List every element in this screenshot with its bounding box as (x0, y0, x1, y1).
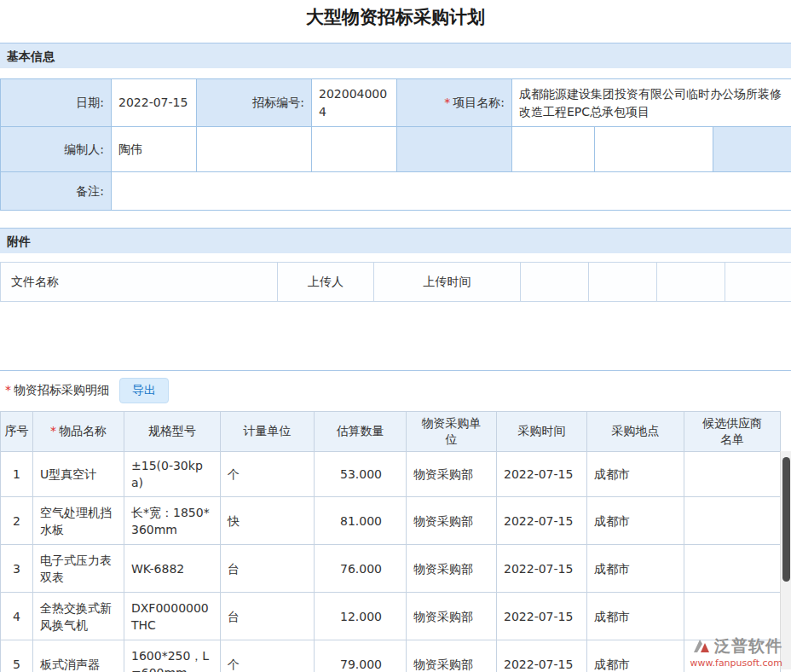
cell-purchase-time: 2022-07-15 (497, 640, 587, 672)
details-section-title: *物资招标采购明细 (5, 383, 109, 398)
cell-spec: DXF0000000THC (124, 593, 221, 640)
export-button[interactable]: 导出 (119, 378, 169, 403)
table-row[interactable]: 4 全热交换式新风换气机 DXF0000000THC 台 12.000 物资采购… (1, 593, 781, 640)
cell-candidate-suppliers (684, 497, 781, 545)
cell-spec: ±15(0-30kpa) (124, 451, 221, 497)
cell-item-name: 全热交换式新风换气机 (33, 593, 124, 640)
cell-unit: 快 (221, 497, 315, 545)
col-purchase-dept-text: 物资采购单位 (419, 415, 484, 448)
section-header-basic-info: 基本信息 (0, 43, 791, 68)
cell-purchase-time: 2022-07-15 (497, 593, 587, 640)
details-section-header: *物资招标采购明细 导出 (0, 371, 791, 411)
cell-spec: WK-6882 (124, 545, 221, 593)
cell-candidate-suppliers (684, 451, 781, 497)
cell-purchase-dept: 物资采购部 (407, 451, 497, 497)
remark-value (112, 172, 791, 211)
empty-cell (713, 127, 791, 172)
cell-item-name: 电子式压力表双表 (33, 545, 124, 593)
required-asterisk: * (5, 383, 11, 397)
cell-unit: 个 (221, 451, 315, 497)
project-name-label-text: 项目名称: (453, 96, 505, 109)
cell-item-name: 空气处理机挡水板 (33, 497, 124, 545)
cell-purchase-place: 成都市 (587, 451, 684, 497)
attachments-empty-area (0, 302, 791, 370)
cell-seq: 1 (1, 451, 33, 497)
attachments-table: 文件名称 上传人 上传时间 (0, 262, 791, 302)
cell-purchase-time: 2022-07-15 (497, 497, 587, 545)
col-candidate-suppliers: 候选供应商名单 (684, 412, 781, 452)
empty-header-cell (725, 263, 791, 302)
cell-qty: 53.000 (315, 451, 407, 497)
table-row[interactable]: 1 U型真空计 ±15(0-30kpa) 个 53.000 物资采购部 2022… (1, 451, 781, 497)
empty-header-cell (657, 263, 725, 302)
bid-no-value: 2020040004 (312, 79, 397, 127)
cell-purchase-time: 2022-07-15 (497, 451, 587, 497)
cell-purchase-place: 成都市 (587, 497, 684, 545)
scrollbar-thumb[interactable] (782, 457, 790, 582)
col-unit: 计量单位 (221, 412, 315, 452)
cell-candidate-suppliers (684, 545, 781, 593)
page: 大型物资招标采购计划 基本信息 日期: 2022-07-15 招标编号: 202… (0, 0, 791, 672)
col-qty: 估算数量 (315, 412, 407, 452)
cell-candidate-suppliers (684, 593, 781, 640)
details-header-row: 序号 *物品名称 规格型号 计量单位 估算数量 物资采购单位 采购时间 采购地点… (1, 412, 781, 452)
empty-cell (595, 127, 713, 172)
date-value: 2022-07-15 (112, 79, 197, 127)
watermark-url: www.fanpusoft.com (690, 658, 782, 669)
required-asterisk: * (50, 424, 56, 437)
col-file-name: 文件名称 (1, 263, 278, 302)
cell-purchase-place: 成都市 (587, 640, 684, 672)
empty-cell (197, 127, 312, 172)
date-label: 日期: (1, 79, 112, 127)
empty-header-cell (521, 263, 589, 302)
table-row[interactable]: 5 板式消声器 1600*250，L=600mm 个 79.000 物资采购部 … (1, 640, 781, 672)
cell-qty: 76.000 (315, 545, 407, 593)
details-table-wrap: 序号 *物品名称 规格型号 计量单位 估算数量 物资采购单位 采购时间 采购地点… (0, 411, 791, 672)
details-section: *物资招标采购明细 导出 序号 *物品名称 规格型号 计量单位 估算数量 物资采… (0, 370, 791, 672)
cell-seq: 5 (1, 640, 33, 672)
project-name-label: *项目名称: (397, 79, 512, 127)
col-seq: 序号 (1, 412, 33, 452)
section-header-attachments: 附件 (0, 228, 791, 253)
cell-unit: 个 (221, 640, 315, 672)
watermark-brand: 泛普软件 (714, 635, 782, 658)
col-candidate-suppliers-text: 候选供应商名单 (700, 415, 765, 448)
watermark: 泛普软件 www.fanpusoft.com (690, 635, 782, 669)
cell-item-name: 板式消声器 (33, 640, 124, 672)
col-purchase-place: 采购地点 (587, 412, 684, 452)
basic-info-table: 日期: 2022-07-15 招标编号: 2020040004 *项目名称: 成… (0, 78, 791, 211)
cell-qty: 12.000 (315, 593, 407, 640)
page-title: 大型物资招标采购计划 (0, 0, 791, 32)
cell-qty: 81.000 (315, 497, 407, 545)
col-item-name-text: 物品名称 (59, 424, 107, 437)
col-item-name: *物品名称 (33, 412, 124, 452)
cell-seq: 4 (1, 593, 33, 640)
cell-item-name: U型真空计 (33, 451, 124, 497)
bid-no-label: 招标编号: (197, 79, 312, 127)
col-upload-time: 上传时间 (374, 263, 521, 302)
cell-purchase-dept: 物资采购部 (407, 545, 497, 593)
fanpu-logo-icon (690, 638, 711, 655)
cell-purchase-dept: 物资采购部 (407, 593, 497, 640)
col-uploader: 上传人 (278, 263, 374, 302)
col-spec: 规格型号 (124, 412, 221, 452)
cell-seq: 2 (1, 497, 33, 545)
remark-label: 备注: (1, 172, 112, 211)
table-row[interactable]: 2 空气处理机挡水板 长*宽：1850*360mm 快 81.000 物资采购部… (1, 497, 781, 545)
empty-cell (312, 127, 397, 172)
cell-unit: 台 (221, 545, 315, 593)
cell-purchase-place: 成都市 (587, 545, 684, 593)
details-title-text: 物资招标采购明细 (14, 383, 109, 397)
details-table: 序号 *物品名称 规格型号 计量单位 估算数量 物资采购单位 采购时间 采购地点… (0, 411, 781, 672)
empty-cell (397, 127, 512, 172)
col-purchase-time: 采购时间 (497, 412, 587, 452)
cell-spec: 长*宽：1850*360mm (124, 497, 221, 545)
cell-purchase-time: 2022-07-15 (497, 545, 587, 593)
author-label: 编制人: (1, 127, 112, 172)
table-row[interactable]: 3 电子式压力表双表 WK-6882 台 76.000 物资采购部 2022-0… (1, 545, 781, 593)
cell-spec: 1600*250，L=600mm (124, 640, 221, 672)
empty-cell (512, 127, 595, 172)
cell-unit: 台 (221, 593, 315, 640)
cell-seq: 3 (1, 545, 33, 593)
cell-purchase-dept: 物资采购部 (407, 497, 497, 545)
